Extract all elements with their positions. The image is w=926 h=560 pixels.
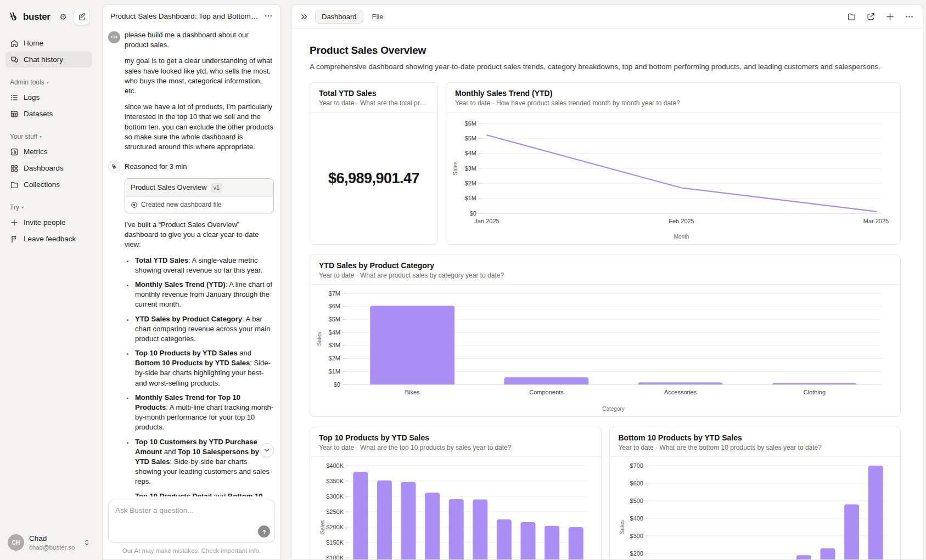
metrics-icon <box>10 148 19 156</box>
folder-icon <box>847 12 856 21</box>
sidebar-item-collections[interactable]: Collections <box>5 177 92 193</box>
svg-text:$400K: $400K <box>326 462 344 469</box>
plus-icon <box>10 218 19 227</box>
svg-text:$400: $400 <box>630 515 643 522</box>
more-options-button[interactable] <box>905 12 914 21</box>
sidebar-item-dashboards[interactable]: Dashboards <box>5 160 92 176</box>
bottom-10-products-chart[interactable]: $0$100$200$300$400$500$600$700Sales <box>610 457 901 559</box>
sidebar-nav: Home Chat history <box>5 35 92 67</box>
assistant-bullets: Total YTD Sales: A single-value metric s… <box>125 256 274 496</box>
assistant-intro: I've built a “Product Sales Overview” da… <box>125 220 274 250</box>
svg-text:$5M: $5M <box>329 316 340 323</box>
card-title: YTD Sales by Product Category <box>319 261 891 270</box>
sidebar-item-label: Datasets <box>24 110 53 118</box>
sidebar-item-label: Logs <box>24 93 40 101</box>
svg-text:Sales: Sales <box>619 521 625 534</box>
svg-text:Mar 2025: Mar 2025 <box>863 218 889 224</box>
ytd-sales-by-category-card[interactable]: YTD Sales by Product Category Year to da… <box>310 254 901 417</box>
chat-input[interactable] <box>109 500 274 542</box>
top-10-products-chart[interactable]: $0$50K$100K$150K$200K$250K$300K$350K$400… <box>310 457 601 559</box>
dashboard-content[interactable]: Product Sales Overview A comprehensive d… <box>291 29 923 559</box>
sidebar-item-invite-people[interactable]: Invite people <box>5 214 92 230</box>
svg-text:Category: Category <box>602 406 625 412</box>
sidebar-section-admin-tools[interactable]: Admin tools▾ <box>10 78 88 86</box>
buster-logo-icon <box>8 11 20 23</box>
svg-text:$3M: $3M <box>329 342 340 349</box>
tab-dashboard[interactable]: Dashboard <box>315 10 363 24</box>
sidebar-header: buster ⚙ <box>5 8 92 25</box>
new-chat-button[interactable] <box>74 9 90 25</box>
ellipsis-icon <box>905 12 914 21</box>
app-logo-text: buster <box>23 12 55 22</box>
svg-text:$350K: $350K <box>326 478 344 484</box>
svg-text:$150K: $150K <box>326 539 344 546</box>
sidebar-item-logs[interactable]: Logs <box>5 89 92 105</box>
top-10-products-card[interactable]: Top 10 Products by YTD Sales Year to dat… <box>310 427 602 559</box>
sidebar-item-leave-feedback[interactable]: Leave feedback <box>5 231 92 247</box>
share-button[interactable] <box>866 12 876 21</box>
page-description: A comprehensive dashboard showing year-t… <box>310 61 901 72</box>
home-icon <box>10 39 19 48</box>
sidebar-section-try[interactable]: Try▾ <box>10 203 88 211</box>
assistant-message: I've built a “Product Sales Overview” da… <box>125 220 274 496</box>
flag-icon <box>10 235 19 244</box>
chat-history-icon <box>10 55 19 64</box>
sidebar-your-stuff-items: Metrics Dashboards Collections <box>5 144 92 193</box>
avatar: CH <box>108 31 120 43</box>
svg-text:$4M: $4M <box>465 150 476 156</box>
chat-input-area: Our AI may make mistakes. Check importan… <box>103 496 280 559</box>
svg-text:$200K: $200K <box>326 524 344 530</box>
sidebar-item-label: Chat history <box>24 55 63 64</box>
svg-text:$5M: $5M <box>465 135 476 142</box>
ai-disclaimer: Our AI may make mistakes. Check importan… <box>108 542 275 559</box>
card-subtitle: Year to date · What are product sales by… <box>319 271 891 279</box>
sidebar-admin-items: Logs Datasets <box>5 89 92 122</box>
sidebar-item-label: Dashboards <box>24 164 64 172</box>
svg-text:Sales: Sales <box>452 162 458 176</box>
sidebar-item-datasets[interactable]: Datasets <box>5 106 92 122</box>
user-email: chad@buster.so <box>29 544 78 551</box>
user-name: Chad <box>29 534 78 544</box>
avatar: CH <box>8 534 24 551</box>
collections-folder-icon <box>10 180 19 189</box>
card-subtitle: Year to date · How have product sales tr… <box>455 99 891 107</box>
add-to-dashboard-button[interactable] <box>885 12 895 21</box>
sidebar-item-chat-history[interactable]: Chat history <box>5 52 92 67</box>
save-to-collection-button[interactable] <box>847 12 856 21</box>
monthly-sales-trend-chart[interactable]: $0$1M$2M$3M$4M$5M$6MJan 2025Feb 2025Mar … <box>446 112 900 245</box>
settings-gear-icon[interactable]: ⚙ <box>59 11 68 23</box>
svg-text:$2M: $2M <box>329 355 340 361</box>
sidebar-item-home[interactable]: Home <box>5 35 92 51</box>
svg-text:Feb 2025: Feb 2025 <box>669 218 694 224</box>
chat-input-box <box>108 500 275 542</box>
chat-panel: Product Sales Dashboard: Top and Bottom … <box>102 4 281 560</box>
scroll-to-bottom-button[interactable] <box>260 443 274 457</box>
svg-text:$0: $0 <box>470 210 476 217</box>
collapse-sidebar-button[interactable] <box>300 13 308 21</box>
main-topbar: Dashboard File <box>291 5 923 29</box>
monthly-sales-trend-card[interactable]: Monthly Sales Trend (YTD) Year to date ·… <box>446 82 901 245</box>
sidebar-section-your-stuff[interactable]: Your stuff▾ <box>10 133 88 140</box>
ytd-sales-by-category-chart[interactable]: $0$1M$2M$3M$4M$5M$6M$7MBikesComponentsAc… <box>310 285 900 417</box>
reasoning-row[interactable]: Reasoned for 3 min <box>108 161 274 173</box>
sidebar-item-metrics[interactable]: Metrics <box>5 144 92 160</box>
sidebar-item-label: Invite people <box>24 218 66 227</box>
user-menu[interactable]: CH Chad chad@buster.so <box>5 532 92 553</box>
tab-file[interactable]: File <box>370 10 386 23</box>
svg-text:$500: $500 <box>630 497 643 504</box>
datasets-icon <box>10 110 19 118</box>
ellipsis-icon <box>264 12 273 20</box>
svg-text:$2M: $2M <box>465 180 476 186</box>
chat-more-button[interactable] <box>264 12 273 20</box>
total-ytd-sales-card[interactable]: Total YTD Sales Year to date · What are … <box>310 82 438 245</box>
svg-text:$100K: $100K <box>326 555 344 559</box>
logs-icon <box>10 93 19 102</box>
bottom-10-products-card[interactable]: Bottom 10 Products by YTD Sales Year to … <box>609 427 901 559</box>
chevron-down-icon <box>263 447 270 454</box>
send-button[interactable] <box>258 525 270 538</box>
double-chevron-right-icon <box>300 13 308 21</box>
dashboard-file-card[interactable]: Product Sales Overview v1 Created new da… <box>125 178 274 213</box>
chat-message-list: CH please build me a dashboard about our… <box>103 27 280 496</box>
svg-text:Month: Month <box>674 234 689 240</box>
section-caret-icon: ▾ <box>40 134 42 139</box>
